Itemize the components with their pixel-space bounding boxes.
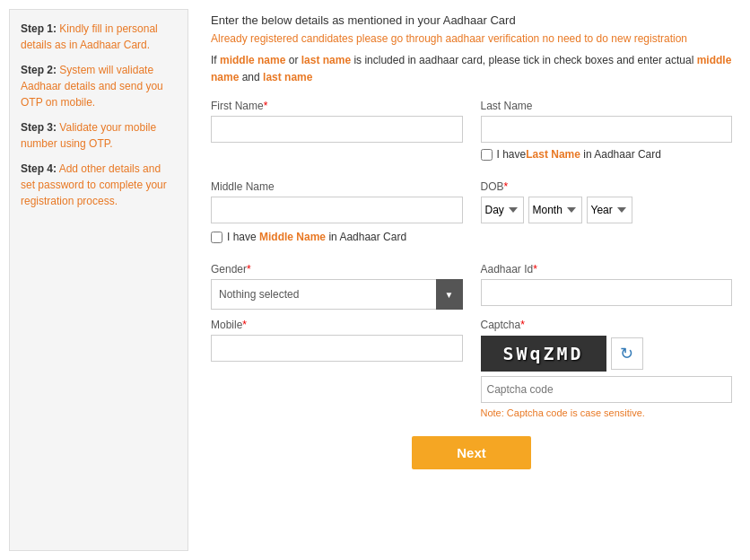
refresh-icon: ↻ (620, 344, 633, 363)
col-dob: DOB* Day Month Year (481, 180, 733, 254)
captcha-image: SWqZMD (481, 336, 606, 372)
last-name-checkbox-row: I haveLast Name in Aadhaar Card (481, 148, 733, 161)
middle-name-checkbox-row: I have Middle Name in Aadhaar Card (211, 231, 463, 243)
mobile-label: Mobile* (211, 319, 463, 331)
first-name-label: First Name* (211, 100, 463, 112)
info-line3: If middle name or last name is included … (211, 52, 732, 86)
dob-selects: Day Month Year (481, 197, 733, 223)
step4-label: Step 4: (21, 162, 57, 175)
sidebar: Step 1: Kindly fill in personal details … (9, 9, 188, 551)
middle-name-bold-label: Middle Name (259, 231, 326, 243)
step3-label: Step 3: (21, 121, 57, 134)
row-mobile-captcha: Mobile* Captcha* SWqZMD ↻ Note: Captc (211, 319, 732, 418)
row-first-last: First Name* Last Name I haveLast Name in… (211, 100, 732, 171)
last-name-label: Last Name (481, 100, 733, 112)
gender-label: Gender* (211, 263, 463, 276)
last-name-input[interactable] (481, 116, 733, 143)
last-name-bold2: last name (263, 71, 312, 83)
middle-name-input[interactable] (211, 197, 463, 223)
captcha-refresh-button[interactable]: ↻ (611, 337, 643, 370)
dob-month-select[interactable]: Month (528, 197, 582, 223)
step2-label: Step 2: (21, 64, 57, 76)
col-mobile: Mobile* (211, 319, 463, 418)
main-content: Enter the below details as mentioned in … (202, 9, 741, 551)
gender-select[interactable]: Nothing selected Male Female Other (211, 279, 463, 310)
captcha-label: Captcha* (481, 319, 733, 331)
row-gender-aadhaar: Gender* Nothing selected Male Female Oth… (211, 263, 732, 310)
col-last-name: Last Name I haveLast Name in Aadhaar Car… (481, 100, 733, 171)
col-captcha: Captcha* SWqZMD ↻ Note: Captcha code is … (481, 319, 733, 418)
captcha-input[interactable] (481, 376, 733, 403)
first-name-input[interactable] (211, 116, 463, 143)
last-name-bold-label: Last Name (526, 148, 580, 161)
middle-name-label: Middle Name (211, 180, 463, 193)
row-middle-dob: Middle Name I have Middle Name in Aadhaa… (211, 180, 732, 254)
captcha-image-row: SWqZMD ↻ (481, 336, 733, 372)
info-line1: Enter the below details as mentioned in … (211, 13, 732, 27)
dob-year-select[interactable]: Year (587, 197, 632, 223)
mobile-input[interactable] (211, 335, 463, 362)
next-button[interactable]: Next (412, 436, 531, 469)
col-gender: Gender* Nothing selected Male Female Oth… (211, 263, 463, 310)
last-name-checkbox[interactable] (481, 149, 493, 161)
info-line2: Already registered candidates please go … (211, 32, 732, 45)
last-name-bold: last name (301, 54, 351, 66)
aadhaar-input[interactable] (481, 279, 733, 306)
step1-label: Step 1: (21, 22, 57, 35)
middle-name-checkbox[interactable] (211, 232, 222, 243)
col-aadhaar: Aadhaar Id* (481, 263, 733, 310)
captcha-note: Note: Captcha code is case sensitive. (481, 407, 733, 418)
dob-label: DOB* (481, 180, 733, 193)
middle-name-bold: middle name (220, 54, 285, 66)
button-row: Next (211, 436, 732, 487)
gender-select-wrapper: Nothing selected Male Female Other (211, 279, 463, 310)
col-first-name: First Name* (211, 100, 463, 171)
col-middle-name: Middle Name I have Middle Name in Aadhaa… (211, 180, 463, 254)
aadhaar-label: Aadhaar Id* (481, 263, 733, 276)
dob-day-select[interactable]: Day (481, 197, 524, 223)
